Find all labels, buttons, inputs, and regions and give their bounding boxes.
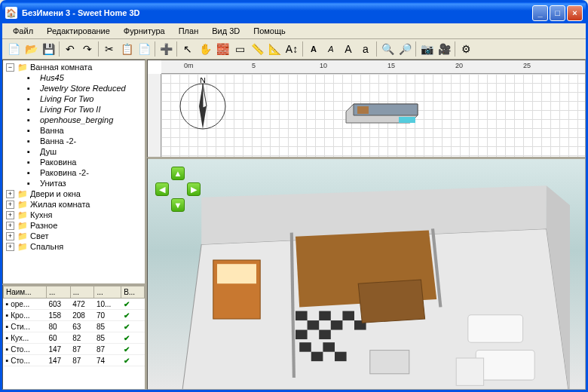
expand-icon[interactable]: + (6, 211, 14, 219)
add-furniture-icon[interactable]: ➕ (158, 41, 174, 57)
tree-item[interactable]: ▪Раковина (5, 157, 143, 167)
tree-item[interactable]: ▪Living For Two II (5, 104, 143, 115)
svg-rect-22 (311, 352, 323, 361)
close-button[interactable]: × (567, 5, 583, 21)
open-icon[interactable]: 📂 (23, 41, 39, 57)
tree-category[interactable]: +📁Спальня (5, 241, 143, 252)
plan-mini-model[interactable] (342, 100, 433, 130)
dimension2-icon[interactable]: 📐 (266, 41, 283, 57)
pan-icon[interactable]: ✋ (197, 41, 213, 57)
tree-item[interactable]: ▪Ванна (5, 125, 143, 136)
tree-root[interactable]: − 📁 Ванная комната (5, 62, 143, 72)
collapse-icon[interactable]: − (6, 63, 14, 72)
copy-icon[interactable]: 📋 (118, 41, 135, 57)
settings-icon[interactable]: ⚙ (458, 41, 474, 57)
ruler-vertical (148, 74, 161, 157)
tree-item[interactable]: ▪Ванна -2- (5, 136, 143, 146)
tree-item[interactable]: ▪openhouse_berging (5, 115, 143, 125)
tree-category[interactable]: +📁Кухня (5, 210, 143, 220)
plan-view[interactable]: 0m510152025 N (147, 60, 586, 158)
table-row[interactable]: ▪ Сто...1478774✔ (4, 355, 145, 366)
table-header[interactable]: ... (46, 286, 70, 299)
svg-rect-23 (335, 352, 347, 361)
table-row[interactable]: ▪ Сти...806385✔ (4, 321, 145, 332)
view-3d[interactable]: ▲ ▼ ◀ ▶ (147, 158, 586, 390)
menu-view3d[interactable]: Вид 3D (206, 25, 246, 37)
row-icon: ▪ (6, 322, 9, 331)
table-row[interactable]: ▪ ope...60347210...✔ (4, 299, 145, 310)
svg-rect-14 (308, 320, 320, 329)
plan-grid[interactable]: N (161, 74, 585, 157)
table-header[interactable]: ... (94, 286, 121, 299)
menu-plan[interactable]: План (173, 25, 205, 37)
redo-icon[interactable]: ↷ (79, 41, 96, 57)
menu-edit[interactable]: Редактирование (41, 25, 116, 37)
video-icon[interactable]: 🎥 (436, 41, 452, 57)
tree-category[interactable]: +📁Свет (5, 231, 143, 241)
table-row[interactable]: ▪ Кро...15820870✔ (4, 310, 145, 321)
folder-icon: 📁 (17, 231, 28, 240)
folder-icon: 📁 (17, 189, 28, 198)
svg-text:N: N (200, 78, 206, 84)
wall-icon[interactable]: 🧱 (214, 41, 231, 57)
increase-icon[interactable]: A (340, 41, 357, 57)
tree-category[interactable]: +📁Разное (5, 220, 143, 231)
save-icon[interactable]: 💾 (40, 41, 57, 57)
expand-icon[interactable]: + (6, 232, 14, 240)
menu-file[interactable]: Файл (7, 25, 39, 37)
furniture-icon: ▪ (27, 168, 38, 177)
main-area: − 📁 Ванная комната ▪Hus45▪Jewelry Store … (2, 60, 586, 390)
furniture-tree[interactable]: − 📁 Ванная комната ▪Hus45▪Jewelry Store … (2, 60, 145, 284)
menu-furniture[interactable]: Фурнитура (118, 25, 171, 37)
compass-icon[interactable]: N (176, 78, 229, 130)
table-header[interactable]: В... (121, 286, 145, 299)
undo-icon[interactable]: ↶ (62, 41, 78, 57)
svg-rect-18 (342, 311, 354, 320)
tree-item[interactable]: ▪Раковина -2- (5, 167, 143, 178)
tree-item[interactable]: ▪Душ (5, 146, 143, 157)
bold-icon[interactable]: A (305, 41, 322, 57)
paste-icon[interactable]: 📄 (136, 41, 152, 57)
minimize-button[interactable]: _ (532, 5, 548, 21)
tree-category[interactable]: +📁Жилая комната (5, 199, 143, 210)
titlebar[interactable]: 🏠 БезИмени 3 - Sweet Home 3D _ □ × (2, 2, 586, 23)
room-icon[interactable]: ▭ (231, 41, 248, 57)
table-header[interactable]: ... (70, 286, 94, 299)
photo-icon[interactable]: 📷 (418, 41, 435, 57)
right-panel: 0m510152025 N (147, 60, 586, 390)
tree-item[interactable]: ▪Living For Two (5, 93, 143, 104)
new-icon[interactable]: 📄 (5, 41, 22, 57)
ruler-tick: 10 (320, 62, 327, 69)
expand-icon[interactable]: + (6, 243, 14, 251)
furniture-table[interactable]: Наим............В... ▪ ope...60347210...… (2, 284, 145, 390)
furniture-icon: ▪ (27, 105, 38, 114)
tree-item[interactable]: ▪Hus45 (5, 72, 143, 83)
svg-marker-2 (203, 84, 207, 108)
tree-item[interactable]: ▪Унитаз (5, 178, 143, 188)
maximize-button[interactable]: □ (550, 5, 565, 21)
expand-icon[interactable]: + (6, 201, 14, 209)
italic-icon[interactable]: A (323, 41, 339, 57)
nav-up-icon[interactable]: ▲ (171, 167, 185, 180)
dimension-icon[interactable]: 📏 (249, 41, 265, 57)
check-icon: ✔ (121, 344, 145, 355)
expand-icon[interactable]: + (6, 222, 14, 230)
tree-item[interactable]: ▪Jewelry Store Reduced (5, 83, 143, 93)
nav-left-icon[interactable]: ◀ (155, 182, 169, 196)
cut-icon[interactable]: ✂ (101, 41, 118, 57)
menu-help[interactable]: Помощь (247, 25, 292, 37)
zoom-in-icon[interactable]: 🔍 (379, 41, 396, 57)
decrease-icon[interactable]: a (357, 41, 374, 57)
furniture-icon: ▪ (27, 158, 38, 167)
zoom-out-icon[interactable]: 🔎 (397, 41, 413, 57)
table-row[interactable]: ▪ Кух...608285✔ (4, 332, 145, 344)
tree-category[interactable]: +📁Двери и окна (5, 188, 143, 199)
select-icon[interactable]: ↖ (179, 41, 196, 57)
check-icon: ✔ (121, 299, 145, 310)
table-row[interactable]: ▪ Сто...1478787✔ (4, 344, 145, 355)
table-header[interactable]: Наим... (4, 286, 47, 299)
text-icon[interactable]: A↕ (283, 41, 300, 57)
ruler-tick: 20 (455, 62, 463, 69)
expand-icon[interactable]: + (6, 190, 14, 198)
furniture-icon: ▪ (27, 115, 38, 124)
